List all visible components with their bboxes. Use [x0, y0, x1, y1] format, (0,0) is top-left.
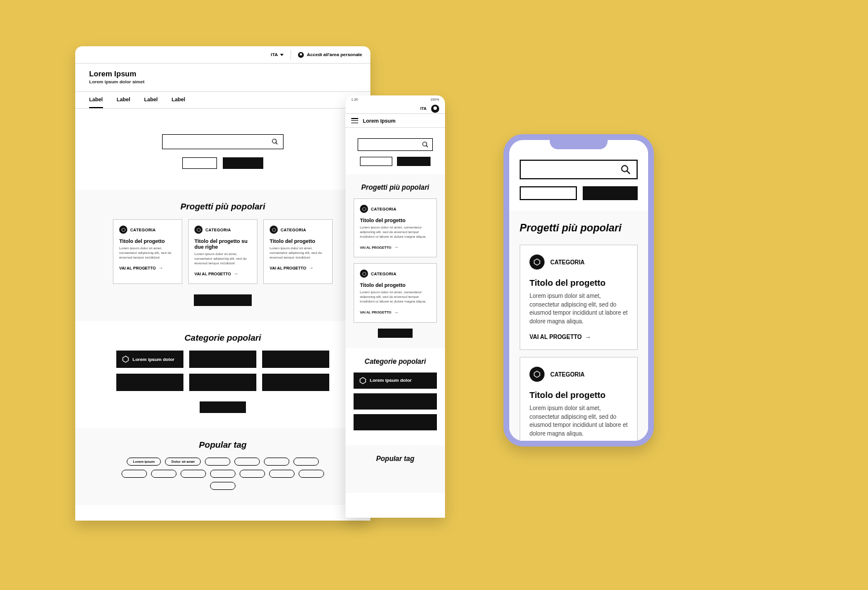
card-desc: Lorem ipsum dolor sit amet, consectetur … [529, 404, 628, 438]
card-link[interactable]: VAI AL PROGETTO → [360, 245, 431, 250]
tag-pill[interactable] [205, 458, 230, 466]
search-icon [620, 164, 631, 175]
card-link[interactable]: VAI AL PROGETTO → [194, 271, 251, 276]
user-icon[interactable] [431, 105, 439, 113]
svg-marker-10 [360, 377, 366, 384]
tag-pill[interactable] [269, 470, 295, 478]
category-label: CATEGORIA [371, 207, 396, 211]
card-link[interactable]: VAI AL PROGETTO → [119, 266, 176, 271]
tag-pill[interactable] [210, 470, 236, 478]
card-link[interactable]: VAI AL PROGETTO → [360, 310, 431, 315]
category-button[interactable] [262, 351, 329, 368]
nav-tabs: Label Label Label Label [75, 92, 370, 109]
mobile-frame: Progetti più popolari CATEGORIA Titolo d… [503, 134, 654, 447]
tag-pill[interactable] [264, 458, 289, 466]
filter-input[interactable] [182, 157, 217, 169]
card-link[interactable]: VAI AL PROGETTO → [270, 266, 326, 271]
category-button[interactable] [354, 414, 437, 430]
svg-line-7 [426, 146, 428, 148]
language-label[interactable]: ITA [420, 106, 426, 110]
card-link[interactable]: VAI AL PROGETTO → [529, 334, 628, 340]
card-category: CATEGORIA [529, 255, 628, 270]
tag-pill[interactable] [293, 458, 319, 466]
category-button[interactable]: Lorem ipsum dolor [116, 351, 183, 368]
tag-pill[interactable] [240, 470, 265, 478]
language-selector[interactable]: ITA [271, 50, 291, 60]
filter-row [520, 186, 638, 200]
card-link-label: VAI AL PROGETTO [360, 311, 391, 314]
tag-pill[interactable] [151, 470, 176, 478]
card-category: CATEGORIA [194, 226, 251, 234]
card-category: CATEGORIA [119, 226, 176, 234]
svg-marker-9 [362, 272, 366, 275]
category-icon [270, 226, 278, 234]
project-card[interactable]: CATEGORIA Titolo del progetto Lorem ipsu… [354, 198, 437, 257]
site-title: Lorem Ipsum [363, 118, 396, 124]
tag-pill[interactable] [181, 470, 206, 478]
view-more-button[interactable] [200, 401, 246, 413]
category-button[interactable] [189, 351, 256, 368]
card-title: Titolo del progetto [529, 390, 628, 400]
filter-submit-button[interactable] [397, 157, 431, 166]
category-button[interactable] [189, 374, 256, 391]
tag-pill[interactable] [210, 482, 236, 490]
card-title: Titolo del progetto [360, 282, 431, 288]
project-card[interactable]: CATEGORIA Titolo del progetto Lorem ipsu… [520, 357, 638, 441]
card-category: CATEGORIA [529, 367, 628, 382]
hamburger-icon[interactable] [351, 118, 358, 123]
tag-pill[interactable] [299, 470, 324, 478]
card-link-label: VAI AL PROGETTO [529, 334, 582, 340]
hexagon-icon [359, 377, 366, 384]
arrow-right-icon: → [233, 271, 238, 276]
project-card[interactable]: CATEGORIA Titolo del progetto Lorem ipsu… [263, 219, 333, 284]
card-link-label: VAI AL PROGETTO [360, 246, 391, 249]
category-button[interactable]: Lorem ipsum dolor [354, 373, 437, 389]
category-button-label: Lorem ipsum dolor [370, 378, 411, 383]
arrow-right-icon: → [158, 266, 163, 271]
view-more-button[interactable] [378, 329, 413, 338]
tags-section: Popular tag [345, 445, 445, 493]
search-input[interactable] [358, 138, 433, 151]
search-input[interactable] [162, 134, 284, 149]
category-button[interactable] [116, 374, 183, 391]
hexagon-icon [122, 356, 129, 363]
view-more-button[interactable] [194, 294, 252, 306]
project-card[interactable]: CATEGORIA Titolo del progetto su due rig… [188, 219, 258, 284]
search-input[interactable] [520, 160, 638, 179]
tab-item[interactable]: Label [172, 97, 186, 108]
filter-input[interactable] [520, 186, 577, 200]
category-button[interactable] [354, 393, 437, 410]
access-link[interactable]: Accedi all'area personale [298, 52, 362, 58]
tab-item[interactable]: Label [89, 97, 103, 108]
svg-point-11 [621, 165, 628, 172]
category-button-label: Lorem ipsum dolor [133, 357, 174, 362]
project-card[interactable]: CATEGORIA Titolo del progetto Lorem ipsu… [520, 245, 638, 350]
tablet-frame: 1:20 100% ITA Lorem Ipsum Progetti più p… [345, 95, 445, 518]
site-title: Lorem Ipsum [89, 69, 356, 78]
tag-pill[interactable]: Dolor sit amet [165, 458, 201, 466]
projects-heading: Progetti più popolari [354, 183, 437, 191]
filter-submit-button[interactable] [583, 186, 638, 200]
svg-marker-5 [123, 356, 128, 363]
svg-point-6 [423, 142, 427, 146]
category-label: CATEGORIA [205, 228, 231, 232]
tag-pill[interactable]: Lorem ipsum [127, 458, 161, 466]
category-icon [194, 226, 203, 234]
filter-row [182, 157, 263, 169]
filter-submit-button[interactable] [223, 157, 263, 169]
card-desc: Lorem ipsum dolor sit amet, consectetur … [119, 246, 176, 260]
tag-pill[interactable] [122, 470, 147, 478]
project-card[interactable]: CATEGORIA Titolo del progetto Lorem ipsu… [113, 219, 182, 284]
tags-heading: Popular tag [89, 440, 356, 449]
tab-item[interactable]: Label [117, 97, 131, 108]
card-category: CATEGORIA [360, 270, 431, 278]
tab-item[interactable]: Label [144, 97, 158, 108]
svg-marker-2 [122, 228, 125, 231]
categories-heading: Categorie popolari [354, 357, 437, 366]
filter-input[interactable] [360, 157, 392, 166]
tag-pill[interactable] [234, 458, 260, 466]
project-card[interactable]: CATEGORIA Titolo del progetto Lorem ipsu… [354, 263, 437, 322]
category-icon [529, 367, 545, 382]
category-icon [529, 255, 545, 270]
category-button[interactable] [262, 374, 329, 391]
